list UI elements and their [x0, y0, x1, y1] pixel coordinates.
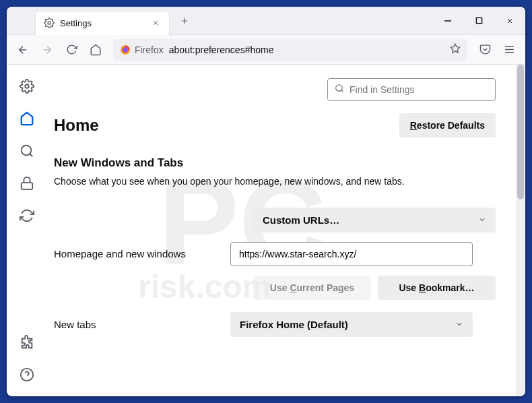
browser-tab[interactable]: Settings	[35, 11, 170, 35]
section-desc: Choose what you see when you open your h…	[54, 175, 496, 189]
settings-sidebar	[7, 65, 47, 396]
svg-marker-13	[451, 44, 459, 53]
url-bar[interactable]: Firefox about:preferences#home	[113, 39, 467, 61]
menu-button[interactable]	[498, 39, 520, 61]
newtabs-label: New tabs	[54, 319, 222, 330]
search-input[interactable]	[350, 84, 488, 95]
sidebar-item-home[interactable]	[19, 111, 35, 127]
maximize-button[interactable]	[463, 7, 494, 35]
settings-search[interactable]	[327, 78, 496, 101]
back-button[interactable]	[12, 39, 34, 61]
svg-rect-6	[476, 18, 481, 23]
svg-line-27	[341, 90, 343, 92]
tab-title: Settings	[60, 18, 145, 28]
page-title: Home	[54, 116, 99, 135]
select-value: Firefox Home (Default)	[240, 319, 348, 330]
firefox-identity: Firefox	[120, 44, 164, 55]
chevron-down-icon	[478, 214, 486, 226]
scrollbar-thumb[interactable]	[517, 65, 524, 199]
browser-window: Settings	[7, 7, 525, 396]
sidebar-item-help[interactable]	[19, 367, 35, 383]
reload-button[interactable]	[61, 39, 82, 61]
svg-rect-23	[22, 183, 33, 189]
svg-point-0	[48, 22, 51, 24]
forward-button[interactable]	[36, 39, 58, 61]
section-title: New Windows and Tabs	[54, 156, 496, 170]
scrollbar[interactable]	[516, 65, 525, 396]
sidebar-item-general[interactable]	[19, 78, 35, 94]
close-icon[interactable]	[150, 18, 161, 28]
new-tab-button[interactable]	[175, 11, 194, 30]
sidebar-item-privacy[interactable]	[19, 175, 35, 191]
use-current-pages-button[interactable]: Use Current Pages	[253, 276, 371, 300]
settings-main: Home Restore Defaults New Windows and Ta…	[47, 65, 516, 396]
homepage-url-input[interactable]	[230, 242, 473, 266]
use-bookmark-button[interactable]: Use Bookmark…	[378, 276, 496, 300]
gear-icon	[44, 18, 55, 28]
svg-point-21	[22, 146, 32, 156]
chevron-down-icon	[455, 319, 463, 330]
select-value: Custom URLs…	[263, 214, 339, 226]
search-icon	[335, 84, 344, 96]
homepage-label: Homepage and new windows	[54, 248, 222, 259]
titlebar: Settings	[7, 7, 525, 35]
toolbar: Firefox about:preferences#home	[7, 35, 525, 65]
pocket-button[interactable]	[474, 39, 496, 61]
sidebar-item-extensions[interactable]	[19, 334, 35, 350]
svg-point-12	[123, 47, 128, 53]
svg-point-26	[336, 85, 342, 91]
sidebar-item-search[interactable]	[19, 143, 35, 159]
homepage-mode-select[interactable]: Custom URLs…	[253, 208, 496, 232]
minimize-button[interactable]	[432, 7, 463, 35]
sidebar-item-sync[interactable]	[19, 208, 35, 224]
window-controls	[432, 7, 525, 35]
svg-line-22	[30, 154, 32, 156]
bookmark-star-icon[interactable]	[450, 43, 461, 57]
home-button[interactable]	[85, 39, 106, 61]
svg-point-20	[25, 84, 29, 88]
content-area: PCrisk.com	[7, 65, 525, 396]
firefox-logo-icon	[120, 44, 131, 55]
urlbar-label: Firefox	[135, 44, 164, 55]
close-window-button[interactable]	[494, 7, 525, 35]
restore-defaults-button[interactable]: Restore Defaults	[399, 113, 496, 137]
urlbar-path: about:preferences#home	[169, 44, 274, 55]
newtabs-select[interactable]: Firefox Home (Default)	[230, 312, 473, 337]
